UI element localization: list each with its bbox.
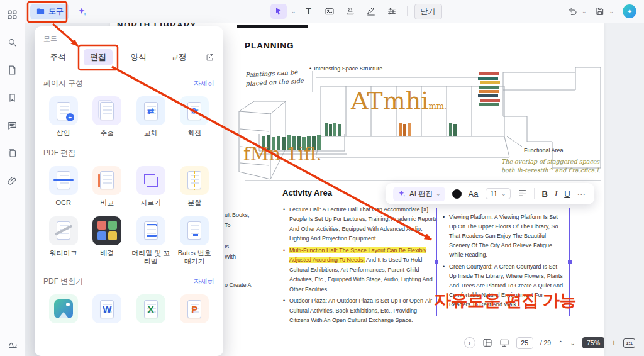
functional-area-label: Functional Area bbox=[524, 147, 564, 153]
panel-item-split[interactable]: 분할 bbox=[175, 166, 215, 208]
panel-item-background[interactable]: 배경 bbox=[87, 216, 128, 267]
watermark-icon bbox=[49, 216, 78, 245]
tools-menu-button[interactable]: 도구 bbox=[30, 4, 69, 19]
signature-tool-button[interactable] bbox=[363, 4, 379, 19]
panel-item-label: 분할 bbox=[187, 199, 201, 208]
convert-section-header: PDF 변환기 자세히 bbox=[43, 276, 214, 287]
properties-sliders-icon[interactable] bbox=[384, 4, 400, 19]
more-options-button[interactable]: ⋯ bbox=[577, 189, 587, 199]
open-in-new-icon[interactable] bbox=[205, 53, 214, 62]
panel-item-crop[interactable]: 자르기 bbox=[131, 166, 171, 208]
panel-item-to-image[interactable] bbox=[43, 294, 84, 323]
mode-edit-button[interactable]: 편집 bbox=[84, 49, 113, 65]
align-text-icon[interactable] bbox=[518, 188, 527, 200]
panel-item-label: 워터마크 bbox=[50, 249, 77, 258]
bold-button[interactable]: B bbox=[541, 189, 547, 199]
mode-form-button[interactable]: 양식 bbox=[124, 49, 153, 65]
add-image-tool-button[interactable] bbox=[321, 4, 338, 19]
stamp-tool-button[interactable] bbox=[342, 4, 358, 19]
actual-size-button[interactable]: 1:1 bbox=[623, 338, 635, 348]
panel-item-insert[interactable]: + 삽입 bbox=[43, 96, 84, 138]
panel-item-label: 삽입 bbox=[57, 129, 70, 138]
save-chevron-icon[interactable]: ⌄ bbox=[609, 9, 614, 14]
section-title: PDF 편집 bbox=[43, 148, 75, 159]
underline-button[interactable]: U bbox=[564, 189, 570, 199]
collapse-statusbar-button[interactable]: › bbox=[464, 337, 475, 348]
search-icon[interactable] bbox=[7, 36, 18, 48]
select-tool-chevron-icon[interactable]: ⌄ bbox=[291, 9, 296, 14]
status-bar: › 25 / 29 ⌃ ⌄ 75% + 1:1 bbox=[464, 335, 635, 351]
thumbnail-panel-icon[interactable] bbox=[482, 338, 492, 348]
select-tool-button[interactable] bbox=[270, 4, 287, 19]
panel-item-to-ppt[interactable]: P bbox=[175, 294, 215, 323]
top-toolbar: 도구 ⌄ T 닫기 bbox=[25, 0, 644, 23]
ai-assistant-glyph: ✦ bbox=[626, 8, 632, 16]
undo-chevron-icon[interactable]: ⌄ bbox=[582, 9, 587, 14]
presentation-mode-icon[interactable] bbox=[499, 338, 509, 348]
comment-icon[interactable] bbox=[7, 120, 18, 131]
excel-icon: X bbox=[136, 294, 165, 323]
font-size-select[interactable]: 11 ⌄ bbox=[486, 188, 511, 199]
edited-text-small[interactable]: fMn 1ifl. bbox=[243, 143, 322, 165]
panel-item-rotate[interactable]: ⟳ 회전 bbox=[175, 96, 215, 138]
apps-grid-icon[interactable] bbox=[7, 9, 18, 20]
panel-item-extract[interactable]: 추출 bbox=[87, 96, 128, 138]
panel-item-header-footer[interactable]: 머리말 및 꼬리말 bbox=[131, 216, 171, 267]
folder-icon bbox=[36, 7, 45, 16]
panel-item-label: 추출 bbox=[100, 129, 114, 138]
ai-edit-button[interactable]: AI 편집 ⌄ bbox=[393, 187, 445, 201]
bookmark-icon[interactable] bbox=[7, 92, 18, 103]
resize-handle-right[interactable] bbox=[568, 260, 572, 264]
convert-tools-grid: W X P bbox=[43, 294, 214, 323]
annotation-caption: 자유로운 편집 가능 bbox=[434, 289, 576, 312]
section-more-link[interactable]: 자세히 bbox=[194, 277, 214, 286]
panel-item-to-word[interactable]: W bbox=[87, 294, 128, 323]
italic-button[interactable]: I bbox=[555, 189, 557, 199]
ocr-icon bbox=[49, 166, 78, 195]
notes-icon[interactable] bbox=[7, 147, 18, 159]
attachment-icon[interactable] bbox=[7, 175, 18, 186]
ai-sparkle-icon[interactable] bbox=[77, 6, 87, 17]
handwritten-note-paintings: Paintings can be placed on the side bbox=[245, 68, 304, 88]
undo-icon[interactable] bbox=[568, 6, 578, 16]
font-color-swatch[interactable] bbox=[452, 189, 462, 199]
section-title: PDF 변환기 bbox=[43, 276, 83, 287]
mode-annotation-button[interactable]: 주석 bbox=[43, 49, 72, 65]
panel-item-bates-numbering[interactable]: Bates 번호 매기기 bbox=[175, 216, 215, 267]
page-tools-grid: + 삽입 추출 ⇄ 교체 ⟳ 회전 bbox=[43, 96, 214, 138]
close-button[interactable]: 닫기 bbox=[414, 4, 442, 19]
mode-proofread-button[interactable]: 교정 bbox=[164, 49, 193, 65]
edit-tools-group: ⌄ T 닫기 bbox=[270, 0, 442, 23]
clipped-text-fragment: Is bbox=[225, 243, 229, 250]
panel-item-label: OCR bbox=[56, 199, 71, 208]
panel-item-watermark[interactable]: 워터마크 bbox=[43, 216, 84, 267]
rotate-page-icon: ⟳ bbox=[180, 96, 209, 125]
ai-sparkle-icon bbox=[397, 189, 406, 198]
panel-item-replace[interactable]: ⇄ 교체 bbox=[131, 96, 171, 138]
edited-text-large[interactable]: ATmhimm. bbox=[351, 87, 447, 114]
panel-item-to-excel[interactable]: X bbox=[131, 294, 171, 323]
bullet-lecture-hall: • Lecture Hall: A Lecture Hall That Can … bbox=[283, 205, 438, 244]
powerpoint-icon: P bbox=[180, 294, 209, 323]
bullet-outdoor-plaza: • Outdoor Plaza: An Outdoor Plaza Is Set… bbox=[283, 296, 438, 325]
callout-bullet: • bbox=[309, 65, 311, 72]
previous-page-button[interactable]: ⌃ bbox=[558, 340, 563, 347]
activity-bullet-list: • Lecture Hall: A Lecture Hall That Can … bbox=[283, 205, 438, 328]
clipped-text-fragment: With bbox=[225, 253, 236, 260]
edit-tools-grid: OCR 비교 자르기 분할 워터마크 배경 bbox=[43, 166, 214, 266]
font-family-button[interactable]: Aa bbox=[469, 189, 479, 199]
page-number-input[interactable]: 25 bbox=[516, 337, 533, 349]
next-page-button[interactable]: ⌄ bbox=[570, 340, 575, 347]
save-icon[interactable] bbox=[595, 6, 605, 16]
panel-item-compare[interactable]: 비교 bbox=[87, 166, 128, 208]
zoom-in-button[interactable]: + bbox=[611, 338, 616, 348]
ai-assistant-icon[interactable]: ✦ bbox=[623, 4, 636, 18]
heading-accent-bar bbox=[237, 25, 308, 28]
document-icon[interactable] bbox=[7, 64, 18, 75]
section-more-link[interactable]: 자세히 bbox=[194, 79, 214, 88]
panel-item-ocr[interactable]: OCR bbox=[43, 166, 84, 208]
resize-handle-left[interactable] bbox=[435, 260, 438, 264]
add-text-tool-button[interactable]: T bbox=[301, 4, 317, 19]
zoom-level-badge[interactable]: 75% bbox=[582, 337, 604, 348]
handwritten-note-staggered: The overlap of staggered spaces both ih-… bbox=[501, 157, 618, 175]
